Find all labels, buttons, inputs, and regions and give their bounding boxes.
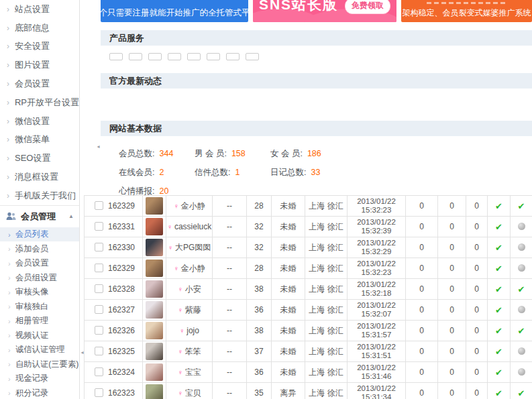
product-link-button[interactable] [246, 53, 259, 60]
sidebar-subitem-label: 自助认证(三要素) [15, 359, 78, 370]
avatar[interactable] [146, 260, 163, 277]
banner-hosted-platform[interactable]: 一个只需要注册就能开始推广的全托管式平台 [101, 0, 248, 22]
sidebar-subitem[interactable]: › 审核头像 [0, 285, 79, 300]
row-checkbox[interactable] [95, 222, 103, 231]
member-row: 162327 ♀紫藤 -- 36 未婚 上海 徐汇 2013/01/22 15:… [85, 300, 532, 321]
member-id: 162327 [108, 305, 135, 315]
row-checkbox[interactable] [95, 284, 103, 293]
verified-check-icon[interactable]: ✔ [495, 305, 502, 315]
verify2-icon[interactable]: ✔ [518, 201, 525, 211]
member-age-cell: 35 [247, 383, 272, 399]
verified-check-icon[interactable]: ✔ [495, 222, 502, 232]
status2-cell [511, 341, 532, 362]
verified-check-icon[interactable]: ✔ [495, 388, 502, 398]
verified-check-icon[interactable]: ✔ [495, 264, 502, 274]
member-marital-cell: 未婚 [272, 362, 305, 383]
verify2-icon[interactable] [518, 243, 525, 251]
member-name-cell: ♀jojo [166, 321, 213, 341]
sidebar-subitem[interactable]: › 诚信认证管理 [0, 343, 79, 357]
avatar[interactable] [146, 280, 163, 298]
verified-check-icon[interactable]: ✔ [495, 367, 502, 378]
verify2-icon[interactable] [518, 264, 525, 272]
avatar[interactable] [146, 343, 163, 360]
sidebar-subitem[interactable]: › 会员设置 [0, 256, 79, 271]
avatar[interactable] [146, 363, 163, 381]
sidebar-section-member-management[interactable]: 会员管理 ▲ [0, 205, 79, 227]
banner-matchmaker-system[interactable]: 架构稳定、会员裂变式媒婆推广系统 [401, 0, 532, 22]
row-checkbox[interactable] [95, 367, 103, 376]
sidebar-item[interactable]: › 会员设置 [0, 74, 79, 93]
sidebar-subitem[interactable]: › 视频认证 [0, 328, 79, 343]
sidebar-subitem[interactable]: › 审核独白 [0, 299, 79, 314]
row-checkbox[interactable] [95, 201, 103, 210]
member-age-cell: 28 [247, 196, 272, 217]
verify2-icon[interactable] [518, 306, 525, 313]
sidebar-subitem[interactable]: › 添加会员 [0, 241, 79, 256]
avatar[interactable] [146, 322, 163, 339]
reg-date: 2013/01/22 [348, 363, 405, 372]
product-link-button[interactable] [129, 53, 142, 60]
sidebar-item[interactable]: › 站点设置 [0, 0, 79, 19]
member-age-cell: 28 [247, 258, 272, 279]
sidebar-item[interactable]: › 消息框设置 [0, 168, 79, 186]
sidebar-subitem[interactable]: › 会员列表 [0, 227, 79, 242]
product-link-button[interactable] [226, 53, 240, 60]
sidebar-item[interactable]: › SEO设置 [0, 149, 79, 168]
product-link-button[interactable] [168, 53, 181, 60]
avatar[interactable] [146, 197, 163, 215]
row-checkbox[interactable] [95, 326, 103, 335]
sidebar-subitem[interactable]: › 自助认证(三要素) [0, 357, 79, 372]
verified-check-icon[interactable]: ✔ [495, 243, 502, 253]
verify2-icon[interactable] [518, 368, 525, 376]
avatar[interactable] [146, 301, 163, 319]
products-panel-header: 产品服务 [101, 30, 532, 46]
status1-cell: ✔ [488, 300, 511, 321]
banner-sns-webmaster[interactable]: SNS站长版 免费领取 [253, 0, 396, 22]
female-icon: ♀ [179, 327, 184, 335]
sidebar-item[interactable]: › 手机版关于我们 [0, 186, 79, 205]
stat-label: 女 会 员: [270, 148, 303, 160]
row-checkbox[interactable] [95, 305, 103, 314]
row-checkbox[interactable] [95, 347, 103, 355]
count1-cell: 0 [406, 237, 438, 258]
member-regdate-cell: 2013/01/22 15:32:07 [348, 300, 406, 321]
verify2-icon[interactable]: ✔ [518, 284, 525, 294]
member-location-cell: 上海 徐汇 [305, 237, 348, 258]
avatar[interactable] [146, 384, 163, 399]
verified-check-icon[interactable]: ✔ [495, 201, 502, 211]
sidebar-item[interactable]: › 微信菜单 [0, 131, 79, 150]
verify2-icon[interactable]: ✔ [518, 388, 525, 398]
product-link-button[interactable] [187, 53, 201, 60]
banner-pink-title: SNS站长版 [259, 0, 338, 14]
member-dash-cell: -- [213, 258, 247, 279]
row-checkbox[interactable] [95, 264, 103, 272]
sidebar-item[interactable]: › 图片设置 [0, 56, 79, 74]
sidebar-subitem[interactable]: › 相册管理 [0, 314, 79, 329]
row-checkbox[interactable] [95, 243, 103, 251]
sidebar-subitem[interactable]: › 会员组设置 [0, 270, 79, 285]
sidebar-subitem[interactable]: › 积分记录 [0, 386, 79, 399]
member-dash-cell: -- [213, 196, 247, 217]
product-link-button[interactable] [109, 53, 123, 60]
verify2-icon[interactable] [518, 347, 525, 355]
sidebar-item[interactable]: › 安全设置 [0, 38, 79, 56]
product-link-button[interactable] [148, 53, 162, 60]
verified-check-icon[interactable]: ✔ [495, 284, 502, 294]
sidebar-item[interactable]: › RP开放平台设置 [0, 93, 79, 112]
collapse-arrow-icon[interactable]: ▲ [68, 213, 74, 219]
verify2-icon[interactable] [518, 223, 525, 230]
verified-check-icon[interactable]: ✔ [495, 347, 502, 357]
row-checkbox[interactable] [95, 388, 103, 397]
sidebar-item[interactable]: › 微信设置 [0, 112, 79, 131]
member-marital-cell: 未婚 [272, 237, 305, 258]
reg-time: 15:32:39 [348, 227, 405, 235]
sidebar-item[interactable]: › 底部信息 [0, 19, 79, 38]
free-claim-button[interactable]: 免费领取 [345, 0, 390, 14]
verified-check-icon[interactable]: ✔ [495, 326, 502, 336]
avatar[interactable] [146, 218, 163, 235]
avatar[interactable] [146, 239, 163, 256]
sidebar-item-label: 图片设置 [15, 59, 50, 71]
sidebar-subitem[interactable]: › 现金记录 [0, 372, 79, 386]
verify2-icon[interactable]: ✔ [518, 326, 525, 336]
product-link-button[interactable] [207, 53, 220, 60]
